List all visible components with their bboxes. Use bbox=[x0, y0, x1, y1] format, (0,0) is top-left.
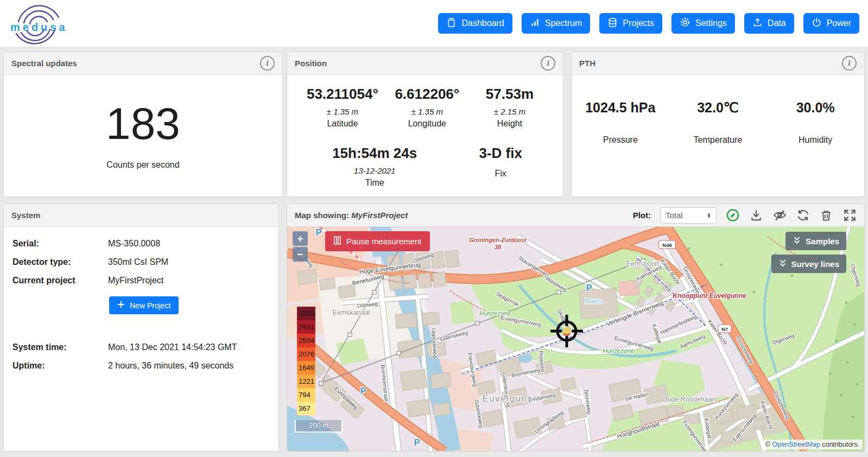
card-title: PTH bbox=[579, 59, 595, 68]
map-title: Map showing: MyFirstProject bbox=[295, 211, 408, 220]
plus-icon bbox=[117, 301, 125, 310]
legend-item: 2076 bbox=[297, 347, 315, 361]
longitude-metric: 6.612206° ± 1.35 m Longitude bbox=[386, 86, 468, 129]
nav-label: Projects bbox=[623, 18, 654, 28]
compass-icon[interactable] bbox=[726, 208, 740, 223]
info-icon[interactable]: i bbox=[541, 56, 555, 71]
pressure-value: 1024.5 hPa bbox=[572, 100, 669, 116]
longitude-label: Longitude bbox=[386, 119, 468, 129]
pause-measurement-button[interactable]: Pause measurement bbox=[325, 231, 430, 251]
nav-label: Data bbox=[768, 18, 786, 28]
map[interactable]: KotkawegHoge EuvelgunnerbrugBeneluxwegOs… bbox=[287, 227, 864, 451]
latitude-metric: 53.211054° ± 1.35 m Latitude bbox=[299, 86, 386, 129]
counts-value: 183 bbox=[106, 101, 180, 146]
detector-type-value: 350ml CsI SPM bbox=[108, 257, 168, 267]
parking-marker: P bbox=[414, 438, 420, 447]
fix-label: Fix bbox=[450, 169, 551, 179]
svg-text:N7: N7 bbox=[721, 326, 728, 332]
parking-marker: P bbox=[586, 283, 592, 293]
height-metric: 57.53m ± 2.15 m Height bbox=[468, 86, 551, 129]
samples-label: Samples bbox=[806, 237, 839, 246]
road-number-badge: N46 bbox=[659, 240, 676, 249]
nav-label: Power bbox=[827, 18, 851, 28]
time-label: Time bbox=[299, 178, 450, 188]
nav-projects-button[interactable]: Projects bbox=[599, 13, 662, 34]
temperature-metric: 32.0℃ Temperature bbox=[669, 100, 767, 145]
map-scale-bar: 200 m bbox=[295, 420, 343, 433]
download-icon[interactable] bbox=[749, 208, 763, 223]
nav-spectrum-button[interactable]: Spectrum bbox=[522, 13, 590, 34]
new-project-label: New Project bbox=[130, 301, 170, 310]
plot-label: Plot: bbox=[633, 211, 651, 220]
longitude-value: 6.612206° bbox=[386, 86, 468, 103]
info-icon[interactable]: i bbox=[842, 56, 857, 71]
pause-label: Pause measurement bbox=[346, 237, 421, 246]
latitude-error: ± 1.35 m bbox=[299, 107, 386, 116]
system-card: System Serial: MS-350.0008 Detector type… bbox=[3, 204, 279, 452]
height-label: Height bbox=[468, 119, 551, 129]
openstreetmap-link[interactable]: OpenStreetMap bbox=[772, 441, 820, 448]
pressure-label: Pressure bbox=[572, 135, 669, 145]
temperature-label: Temperature bbox=[669, 135, 767, 145]
uptime-label: Uptime: bbox=[12, 361, 108, 371]
time-value: 15h:54m 24s bbox=[299, 145, 450, 162]
legend-item: 794 bbox=[297, 388, 315, 402]
system-time-label: System time: bbox=[12, 342, 108, 352]
plot-select[interactable]: Total ▲▼ bbox=[660, 207, 717, 224]
nav-settings-button[interactable]: Settings bbox=[671, 13, 735, 34]
svg-text:N46: N46 bbox=[662, 242, 671, 248]
temperature-value: 32.0℃ bbox=[669, 100, 767, 116]
pth-card: PTH i 1024.5 hPa Pressure 32.0℃ Temperat… bbox=[571, 52, 865, 197]
clipboard-icon bbox=[446, 17, 457, 30]
card-title: Position bbox=[295, 59, 327, 68]
system-time-value: Mon, 13 Dec 2021 14:54:23 GMT bbox=[108, 342, 237, 352]
zoom-out-button[interactable]: − bbox=[293, 247, 308, 262]
detector-type-row: Detector type: 350ml CsI SPM bbox=[12, 257, 270, 267]
fix-metric: 3-D fix Fix bbox=[450, 145, 551, 188]
map-label: 38 bbox=[495, 244, 502, 250]
samples-button[interactable]: Samples bbox=[785, 232, 846, 250]
legend-item: 2931 bbox=[297, 320, 315, 334]
refresh-icon[interactable] bbox=[796, 208, 810, 223]
count-rate-legend: 335929312504207616491221794367 bbox=[297, 307, 315, 415]
gear-icon bbox=[680, 17, 690, 30]
expand-icon[interactable] bbox=[842, 208, 857, 223]
map-attribution: © OpenStreetMap contributors. bbox=[762, 440, 863, 449]
current-project-row: Current project MyFirstProject bbox=[12, 276, 270, 285]
bar-chart-icon bbox=[530, 17, 540, 30]
system-time-row: System time: Mon, 13 Dec 2021 14:54:23 G… bbox=[12, 342, 270, 352]
survey-lines-button[interactable]: Survey lines bbox=[771, 255, 846, 273]
map-label: Oude Roodehaan bbox=[662, 396, 716, 403]
parking-marker: P bbox=[316, 228, 322, 237]
eye-off-icon[interactable] bbox=[772, 208, 787, 223]
info-icon[interactable]: i bbox=[260, 56, 275, 71]
power-icon bbox=[812, 17, 822, 30]
zoom-in-button[interactable]: + bbox=[293, 231, 308, 246]
time-date: 13-12-2021 bbox=[299, 166, 450, 175]
map-title-project: MyFirstProject bbox=[351, 211, 408, 220]
legend-item: 2504 bbox=[297, 334, 315, 347]
legend-item: 1649 bbox=[297, 361, 315, 375]
card-title: Spectral updates bbox=[11, 59, 77, 68]
uptime-value: 2 hours, 36 minutes, 49 seconds bbox=[108, 361, 233, 371]
nav-power-button[interactable]: Power bbox=[803, 13, 859, 34]
card-title: System bbox=[11, 211, 40, 220]
map-label: Hunzezone bbox=[603, 347, 634, 354]
trash-icon[interactable] bbox=[819, 208, 833, 223]
main-nav: Dashboard Spectrum Projects Settings Dat… bbox=[438, 13, 859, 34]
upload-icon bbox=[752, 17, 763, 30]
height-error: ± 2.15 m bbox=[468, 107, 551, 116]
time-metric: 15h:54m 24s 13-12-2021 Time bbox=[299, 145, 450, 188]
serial-row: Serial: MS-350.0008 bbox=[12, 239, 270, 249]
attribution-prefix: © bbox=[765, 441, 772, 448]
legend-item: 1221 bbox=[297, 375, 315, 388]
nav-data-button[interactable]: Data bbox=[744, 13, 794, 34]
map-title-prefix: Map showing: bbox=[295, 211, 351, 220]
double-chevron-down-icon bbox=[778, 259, 787, 269]
legend-item: 367 bbox=[297, 402, 315, 415]
attribution-suffix: contributors. bbox=[820, 441, 859, 448]
parking-marker: P bbox=[360, 386, 366, 396]
nav-dashboard-button[interactable]: Dashboard bbox=[438, 13, 512, 34]
new-project-button[interactable]: New Project bbox=[109, 296, 179, 314]
road-number-badge: N7 bbox=[718, 325, 731, 333]
